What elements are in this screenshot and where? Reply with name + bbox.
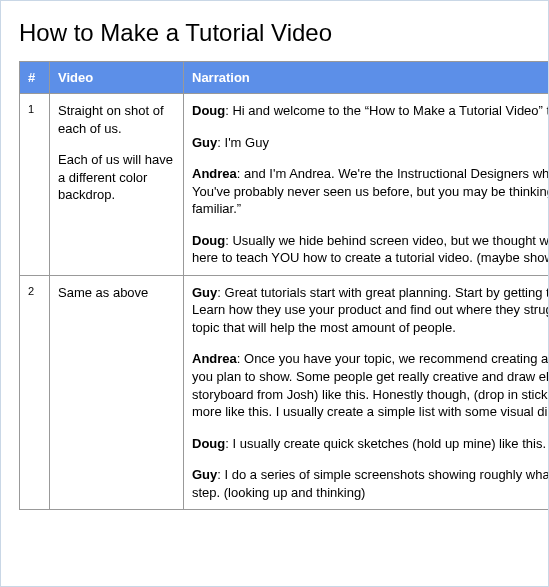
col-header-num: #	[20, 62, 50, 94]
narration-line: Guy: I'm Guy	[192, 134, 549, 152]
video-cell: Straight on shot of each of us.Each of u…	[50, 94, 184, 276]
narration-text: : and I'm Andrea. We're the Instructiona…	[192, 166, 549, 216]
narration-line: Doug: Usually we hide behind screen vide…	[192, 232, 549, 267]
narration-cell: Guy: Great tutorials start with great pl…	[184, 275, 550, 509]
speaker-name: Andrea	[192, 166, 237, 181]
speaker-name: Andrea	[192, 351, 237, 366]
narration-line: Doug: Hi and welcome to the “How to Make…	[192, 102, 549, 120]
row-number: 1	[20, 94, 50, 276]
narration-cell: Doug: Hi and welcome to the “How to Make…	[184, 94, 550, 276]
speaker-name: Guy	[192, 285, 217, 300]
narration-line: Guy: I do a series of simple screenshots…	[192, 466, 549, 501]
row-number: 2	[20, 275, 50, 509]
speaker-name: Doug	[192, 103, 225, 118]
narration-line: Andrea: Once you have your topic, we rec…	[192, 350, 549, 420]
speaker-name: Guy	[192, 135, 217, 150]
speaker-name: Guy	[192, 467, 217, 482]
script-table: # Video Narration 1Straight on shot of e…	[19, 61, 549, 510]
speaker-name: Doug	[192, 233, 225, 248]
table-row: 2Same as aboveGuy: Great tutorials start…	[20, 275, 550, 509]
narration-text: : Once you have your topic, we recommend…	[192, 351, 549, 419]
video-note: Straight on shot of each of us.	[58, 102, 175, 137]
narration-text: : I do a series of simple screenshots sh…	[192, 467, 549, 500]
narration-text: : I usually create quick sketches (hold …	[225, 436, 546, 451]
col-header-video: Video	[50, 62, 184, 94]
narration-line: Doug: I usually create quick sketches (h…	[192, 435, 549, 453]
narration-text: : Usually we hide behind screen video, b…	[192, 233, 549, 266]
narration-text: : I'm Guy	[217, 135, 269, 150]
video-cell: Same as above	[50, 275, 184, 509]
narration-text: : Hi and welcome to the “How to Make a T…	[225, 103, 549, 118]
narration-line: Andrea: and I'm Andrea. We're the Instru…	[192, 165, 549, 218]
col-header-narration: Narration	[184, 62, 550, 94]
narration-text: : Great tutorials start with great plann…	[192, 285, 549, 335]
table-row: 1Straight on shot of each of us.Each of …	[20, 94, 550, 276]
video-note: Same as above	[58, 284, 175, 302]
speaker-name: Doug	[192, 436, 225, 451]
video-note: Each of us will have a different color b…	[58, 151, 175, 204]
narration-line: Guy: Great tutorials start with great pl…	[192, 284, 549, 337]
page-title: How to Make a Tutorial Video	[19, 19, 548, 47]
